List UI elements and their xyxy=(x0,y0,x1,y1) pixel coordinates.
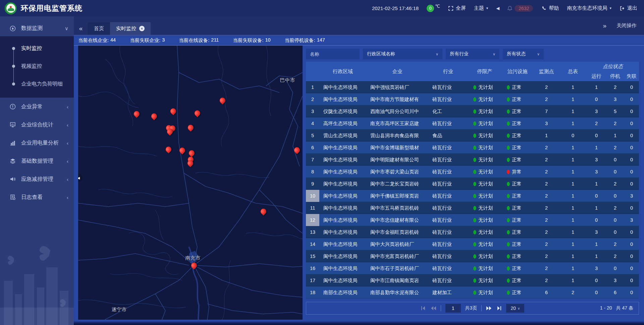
logout-button[interactable]: 退出 xyxy=(620,5,637,11)
cell-limit-status: 无计划 xyxy=(468,277,501,284)
col-header-running: 运行 xyxy=(587,73,606,79)
table-row[interactable]: 4 高坪生态环境局 南充市高坪区王家店建 砖瓦行业 无计划 正常 3 1 2 2… xyxy=(306,117,639,129)
tabs-scroll-right-button[interactable]: » xyxy=(603,22,606,30)
row-index: 18 xyxy=(306,286,319,299)
sidebar: 数据监测 ∨ 实时监控 视频监控 企业电力负荷明细 企业异常 ‹ 企业综合统计 xyxy=(0,16,74,325)
cell-industry: 砖瓦行业 xyxy=(428,84,468,91)
status-dot-icon xyxy=(473,158,476,162)
status-filter-select[interactable]: 所有状态 ∨ xyxy=(503,49,544,59)
col-header-point-status-group: 点位状态 运行 停机 失联 xyxy=(587,62,639,81)
chevron-down-icon: ∨ xyxy=(537,52,540,56)
cell-limit-status: 无计划 xyxy=(468,169,501,175)
page-size-select[interactable]: 20 ∨ xyxy=(506,304,524,313)
mute-button[interactable]: ◀ xyxy=(496,6,499,11)
fullscreen-button[interactable]: 全屏 xyxy=(448,5,466,11)
table-row[interactable]: 5 营山生态环境局 营山县润丰肉食品有限 食品 无计划 正常 1 0 0 1 0 xyxy=(306,129,639,142)
collapse-left-icon: ◀ xyxy=(78,176,80,180)
tabs-scroll-left-button[interactable]: « xyxy=(74,22,88,35)
pagination-bar: 共3页 20 ∨ xyxy=(306,302,639,315)
status-dot-icon xyxy=(507,182,510,186)
table-row[interactable]: 3 仪陇生态环境局 西南油气田分公司川中 化工 无计划 正常 7 1 3 5 0 xyxy=(306,105,639,117)
cell-stopped: 3 xyxy=(606,278,624,283)
cell-offline: 0 xyxy=(624,229,639,235)
org-dropdown[interactable]: 南充市生态环境局 ▾ xyxy=(567,5,611,11)
sidebar-group-enterprise-abnormal[interactable]: 企业异常 ‹ xyxy=(0,98,74,116)
sidebar-item-video-monitor[interactable]: 视频监控 xyxy=(0,57,74,75)
table-row[interactable]: 8 阆中生态环境局 阆中市枣碧大梁山页岩 砖瓦行业 无计划 异常 2 1 3 0… xyxy=(306,166,639,178)
cell-meters: 1 xyxy=(559,169,587,174)
cell-limit-status: 无计划 xyxy=(468,205,501,211)
first-page-button[interactable] xyxy=(421,306,426,311)
sidebar-group-enterprise-stats[interactable]: 企业综合统计 ‹ xyxy=(0,116,74,134)
next-page-button[interactable] xyxy=(486,306,492,311)
table-row[interactable]: 15 阆中生态环境局 阆中市光富页岩机砖厂 砖瓦行业 无计划 正常 2 1 1 … xyxy=(306,250,639,262)
sidebar-group-emergency-reduction[interactable]: 应急减排管理 ‹ xyxy=(0,170,74,188)
table-row[interactable]: 17 阆中生态环境局 阆中市江南镇阆南页岩 砖瓦行业 无计划 正常 2 1 0 … xyxy=(306,274,639,286)
region-filter-select[interactable]: 行政区域名称 ∨ xyxy=(363,49,442,59)
table-row[interactable]: 12 阆中生态环境局 阆中市忠信建材有限公 砖瓦行业 无计划 正常 2 1 0 … xyxy=(306,214,639,226)
sidebar-group-base-data[interactable]: 基础数据管理 ‹ xyxy=(0,152,74,170)
industry-filter-select[interactable]: 所有行业 ∨ xyxy=(446,49,499,59)
help-button[interactable]: 帮助 xyxy=(541,5,559,11)
cell-pollution-status: 正常 xyxy=(501,84,534,91)
footer-strip xyxy=(74,320,644,325)
cell-meters: 1 xyxy=(559,278,587,283)
table-row[interactable]: 10 阆中生态环境局 阆中千佛镇五郎垭页岩 砖瓦行业 无计划 正常 2 1 0 … xyxy=(306,190,639,202)
map-panel[interactable]: ◀ 巴中市南充市遂宁市 xyxy=(78,46,303,320)
cell-pollution-status: 正常 xyxy=(501,132,534,139)
sidebar-group-log-view[interactable]: 日志查看 ‹ xyxy=(0,188,74,206)
status-dot-icon xyxy=(473,146,476,150)
cell-limit-status: 无计划 xyxy=(468,181,501,187)
prev-page-button[interactable] xyxy=(430,306,436,311)
stat-label: 当前在线企业: xyxy=(78,37,109,44)
table-row[interactable]: 9 阆中生态环境局 阆中市二龙长宝页岩砖 砖瓦行业 无计划 正常 2 1 1 2… xyxy=(306,178,639,190)
cell-points: 2 xyxy=(534,193,559,199)
cell-region: 阆中生态环境局 xyxy=(319,193,366,199)
col-header-index xyxy=(306,62,319,81)
status-dot-icon xyxy=(507,266,510,271)
cell-meters: 1 xyxy=(559,109,587,114)
table-row[interactable]: 16 阆中生态环境局 阆中市石子页岩机砖厂 砖瓦行业 无计划 正常 2 1 3 … xyxy=(306,262,639,274)
stat-label: 当前失联企业: xyxy=(130,37,160,44)
cell-company: 南充市高坪区王家店建 xyxy=(366,120,428,127)
cell-region: 阆中生态环境局 xyxy=(319,241,366,248)
theme-dropdown[interactable]: 主题 ▾ xyxy=(474,5,488,11)
table-row[interactable]: 1 阆中生态环境局 阆中强锐页岩砖厂 砖瓦行业 无计划 正常 2 1 1 2 0 xyxy=(306,81,639,93)
close-operations-button[interactable]: 关闭操作 xyxy=(616,22,637,29)
tab-home[interactable]: 首页 xyxy=(88,22,110,35)
tab-realtime-monitor[interactable]: 实时监控 ✕ xyxy=(110,22,151,35)
stat-label: 当前停机设备: xyxy=(285,37,315,44)
cell-offline: 0 xyxy=(624,145,639,150)
cell-company: 阆中市南方节能建材有 xyxy=(366,96,428,103)
cell-offline: 0 xyxy=(624,241,639,247)
sidebar-item-realtime-monitor[interactable]: 实时监控 xyxy=(0,40,74,57)
table-row[interactable]: 7 阆中生态环境局 阆中明阳建材有限公司 砖瓦行业 无计划 正常 2 1 3 0… xyxy=(306,154,639,166)
bell-icon xyxy=(507,6,512,11)
tab-close-icon[interactable]: ✕ xyxy=(139,26,145,31)
name-filter-input[interactable] xyxy=(306,49,360,59)
table-row[interactable]: 14 阆中生态环境局 阆中大兴页岩机砖厂 砖瓦行业 无计划 正常 2 1 1 2… xyxy=(306,238,639,250)
row-index: 11 xyxy=(306,202,319,214)
table-row[interactable]: 6 阆中生态环境局 阆中市金博瑞新型墙材 砖瓦行业 无计划 正常 2 1 1 2… xyxy=(306,142,639,154)
cell-stopped: 2 xyxy=(606,181,624,186)
notifications-button[interactable]: 2632 xyxy=(507,5,533,12)
table-row[interactable]: 2 阆中生态环境局 阆中市南方节能建材有 砖瓦行业 无计划 正常 2 1 0 3… xyxy=(306,93,639,105)
tab-bar: « 首页 实时监控 ✕ » 关闭操作 xyxy=(74,16,644,36)
sidebar-group-power-analysis[interactable]: 企业用电量分析 ‹ xyxy=(0,134,74,152)
cell-stopped: 3 xyxy=(606,97,624,102)
cell-region: 阆中生态环境局 xyxy=(319,253,366,260)
table-row[interactable]: 11 阆中生态环境局 阆中市五马桥页岩机砖 砖瓦行业 无计划 正常 2 1 1 … xyxy=(306,202,639,214)
log-document-icon xyxy=(9,194,17,201)
cell-running: 3 xyxy=(587,266,606,271)
cell-stopped: 0 xyxy=(606,229,624,235)
cell-meters: 1 xyxy=(559,193,587,199)
sidebar-item-power-load-detail[interactable]: 企业电力负荷明细 xyxy=(0,75,74,93)
page-number-input[interactable] xyxy=(445,304,461,313)
sidebar-group-data-monitoring[interactable]: 数据监测 ∨ xyxy=(0,20,74,36)
table-row[interactable]: 18 南部生态环境局 南部县勤华水泥有限公 建材加工 无计划 正常 6 2 0 … xyxy=(306,286,639,299)
col-header-offline: 失联 xyxy=(624,73,639,79)
cell-limit-status: 无计划 xyxy=(468,241,501,248)
table-row[interactable]: 13 阆中生态环境局 阆中市金福旺页岩机砖 砖瓦行业 无计划 正常 2 1 3 … xyxy=(306,226,639,238)
cell-running: 3 xyxy=(587,109,606,114)
last-page-button[interactable] xyxy=(496,306,502,311)
